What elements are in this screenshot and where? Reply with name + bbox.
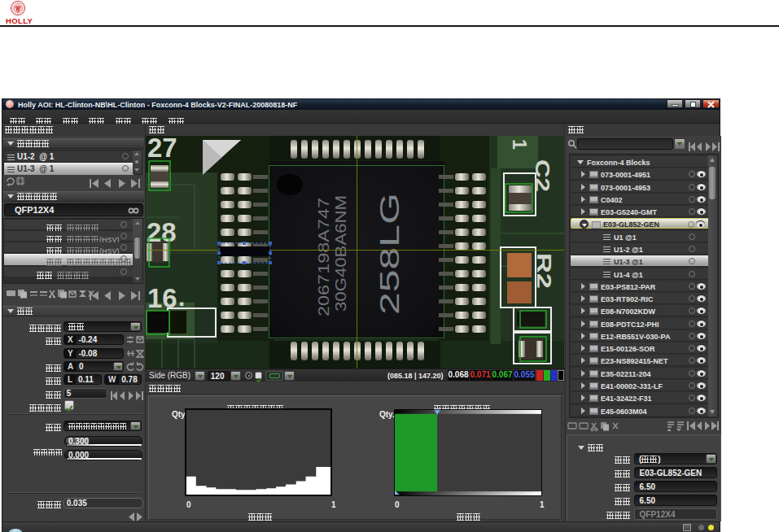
svg-text:2067198A747: 2067198A747 [315,198,332,316]
svg-text:16: 16 [147,283,177,313]
svg-text:HOLLY: HOLLY [6,16,33,25]
svg-text:30G40BA6NM: 30G40BA6NM [332,195,349,312]
svg-text:1: 1 [509,139,530,150]
svg-text:R2: R2 [533,253,555,289]
svg-text:27: 27 [147,136,177,163]
svg-text:258LG: 258LG [374,193,405,315]
svg-text:C2: C2 [532,159,554,192]
svg-text:.: . [178,284,185,311]
svg-text:28: 28 [147,217,177,247]
